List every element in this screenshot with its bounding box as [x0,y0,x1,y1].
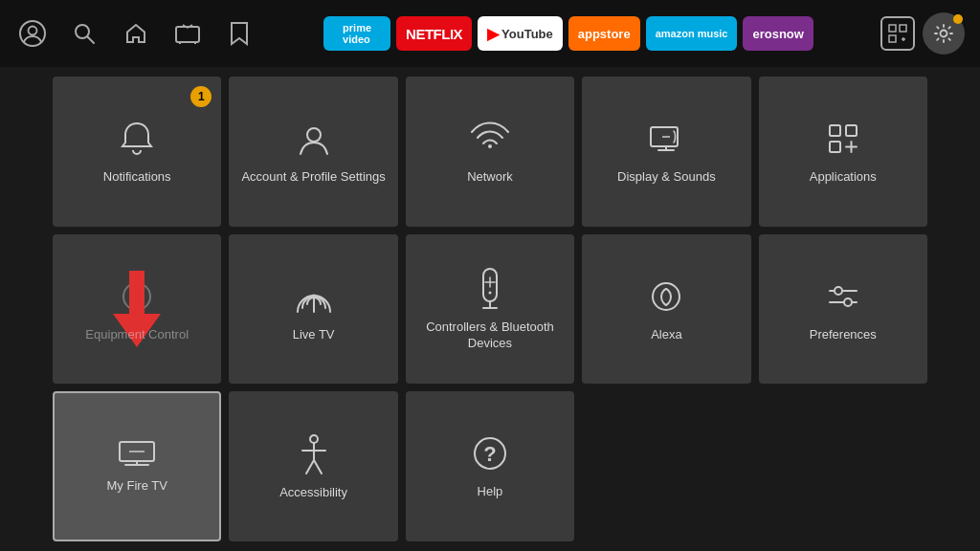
svg-point-1 [29,27,37,35]
live-tv-label: Live TV [293,327,335,343]
svg-rect-4 [176,27,199,42]
svg-text:?: ? [483,442,496,466]
notifications-label: Notifications [103,169,171,186]
my-fire-tv-icon [116,438,158,469]
svg-point-35 [488,292,491,295]
settings-notification-dot [953,14,963,24]
amazon-music-label: amazon music [656,28,728,39]
controllers-tile[interactable]: Controllers & Bluetooth Devices [406,234,574,385]
svg-point-47 [310,435,318,443]
equipment-control-label: Equipment Control [85,327,189,343]
help-icon: ? [469,432,511,474]
preferences-icon [822,276,864,318]
settings-button[interactable] [923,12,965,55]
my-fire-tv-label: My Fire TV [107,478,167,495]
applications-tile[interactable]: Applications [759,77,927,227]
network-label: Network [467,169,513,186]
svg-line-51 [314,460,322,474]
network-icon [469,118,511,160]
search-icon[interactable] [67,16,101,51]
home-icon[interactable] [119,16,153,51]
display-sounds-icon [645,118,687,160]
display-sounds-label: Display & Sounds [617,169,716,186]
notifications-icon [116,118,158,160]
accessibility-label: Accessibility [279,485,347,501]
svg-line-3 [88,37,95,44]
accessibility-icon [293,431,335,475]
applications-label: Applications [810,169,877,186]
netflix-shortcut[interactable]: NETFLIX [396,16,472,51]
live-tv-icon [293,276,335,318]
erosnow-label: erosnow [752,27,803,41]
tv-icon[interactable] [170,16,205,51]
live-tv-tile[interactable]: Live TV [229,234,397,385]
notifications-tile[interactable]: 1 Notifications [53,77,221,227]
help-tile[interactable]: ? Help [406,391,574,541]
amazon-music-shortcut[interactable]: amazon music [646,16,738,51]
equipment-control-tile[interactable]: Equipment Control [53,234,221,385]
nav-right-icons [880,12,965,55]
erosnow-shortcut[interactable]: erosnow [743,16,813,51]
alexa-tile[interactable]: Alexa [582,234,750,385]
account-label: Account & Profile Settings [241,169,385,186]
settings-grid: 1 Notifications Account & Profile Settin… [0,67,980,551]
netflix-label: NETFLIX [406,26,462,42]
accessibility-tile[interactable]: Accessibility [229,391,397,541]
account-tile[interactable]: Account & Profile Settings [229,77,397,227]
grid-view-button[interactable] [880,16,915,51]
svg-rect-20 [830,125,840,136]
applications-icon [822,118,864,160]
appstore-shortcut[interactable]: appstore [568,16,640,51]
svg-point-14 [941,31,947,37]
controllers-label: Controllers & Bluetooth Devices [415,320,565,352]
display-sounds-tile[interactable]: Display & Sounds [582,77,750,227]
svg-point-15 [307,128,321,142]
account-icon [293,118,335,160]
svg-point-40 [835,287,842,295]
network-tile[interactable]: Network [406,77,574,227]
svg-point-31 [311,294,316,298]
svg-line-50 [306,460,314,474]
alexa-label: Alexa [651,327,682,343]
appstore-label: appstore [578,27,631,41]
notification-badge: 1 [190,86,212,107]
my-fire-tv-tile[interactable]: My Fire TV [53,391,221,541]
top-navigation: primevideo NETFLIX ▶ YouTube appstore am… [0,0,980,67]
svg-rect-9 [889,25,896,32]
help-label: Help [478,484,503,500]
svg-rect-11 [889,35,896,42]
prime-video-shortcut[interactable]: primevideo [323,16,390,51]
equipment-control-icon [116,276,158,318]
profile-icon[interactable] [15,16,50,51]
youtube-text: YouTube [501,27,553,41]
bookmark-icon[interactable] [222,16,256,51]
svg-rect-10 [900,25,906,32]
youtube-shortcut[interactable]: ▶ YouTube [478,16,563,51]
preferences-label: Preferences [810,327,877,343]
preferences-tile[interactable]: Preferences [759,234,927,385]
controllers-icon [474,266,506,310]
app-shortcuts: primevideo NETFLIX ▶ YouTube appstore am… [266,16,871,51]
youtube-label: ▶ [487,25,499,43]
prime-label: primevideo [343,22,371,45]
svg-point-42 [844,298,852,306]
svg-rect-22 [830,142,840,152]
svg-rect-21 [846,125,857,136]
nav-left-icons [15,16,256,51]
alexa-icon [645,276,687,318]
